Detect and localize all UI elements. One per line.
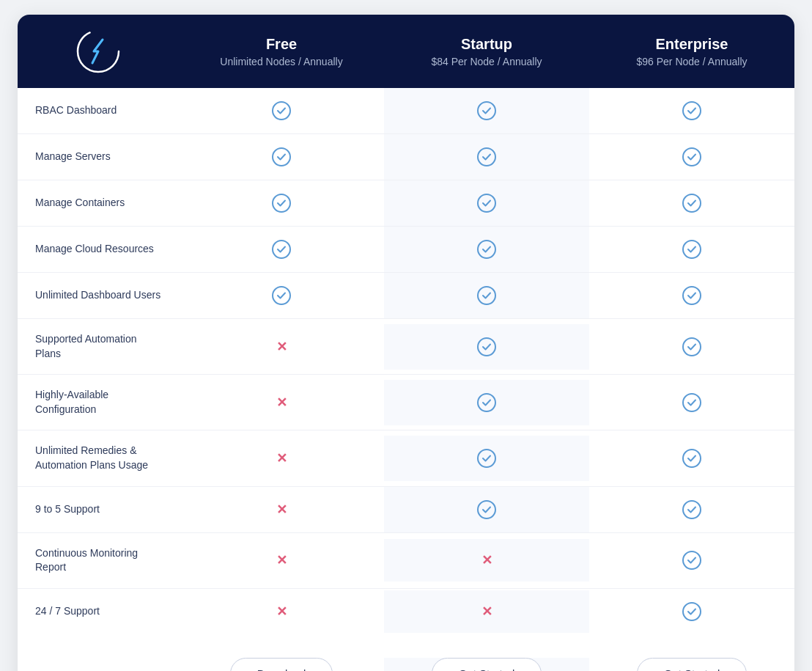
startup-feature-col <box>384 380 589 425</box>
startup-plan-header: Startup $84 Per Node / Annually <box>384 15 589 88</box>
free-feature-col: ✕ <box>179 539 384 582</box>
cross-icon: ✕ <box>276 604 287 620</box>
feature-label: 9 to 5 Support <box>18 489 179 530</box>
feature-label: Manage Containers <box>18 183 179 224</box>
feature-label: Highly-Available Configuration <box>18 375 179 430</box>
check-icon <box>477 393 496 412</box>
check-icon <box>682 194 701 213</box>
check-icon <box>682 449 701 468</box>
startup-feature-col <box>384 273 589 318</box>
check-icon <box>477 101 496 120</box>
check-icon <box>682 500 701 519</box>
feature-label: Manage Servers <box>18 136 179 177</box>
table-row: Supported Automation Plans ✕ <box>18 319 794 375</box>
logo <box>18 15 179 88</box>
check-icon <box>477 147 496 166</box>
table-row: Continuous Monitoring Report ✕ ✕ <box>18 533 794 589</box>
enterprise-feature-col <box>589 324 794 370</box>
check-icon <box>682 393 701 412</box>
check-icon <box>477 337 496 356</box>
startup-feature-col <box>384 436 589 481</box>
free-feature-col: ✕ <box>179 488 384 531</box>
startup-feature-col <box>384 324 589 370</box>
table-row: Manage Servers <box>18 134 794 180</box>
feature-label: 24 / 7 Support <box>18 591 179 632</box>
feature-label: Unlimited Remedies & Automation Plans Us… <box>18 430 179 485</box>
check-icon <box>682 101 701 120</box>
check-icon <box>477 286 496 305</box>
feature-label: Supported Automation Plans <box>18 319 179 374</box>
enterprise-get-started-button[interactable]: Get Started <box>637 658 748 671</box>
enterprise-plan-header: Enterprise $96 Per Node / Annually <box>589 15 794 88</box>
feature-label: RBAC Dashboard <box>18 90 179 131</box>
check-icon <box>477 194 496 213</box>
check-icon <box>272 286 291 305</box>
startup-plan-price: $84 Per Node / Annually <box>396 56 577 67</box>
feature-label: Continuous Monitoring Report <box>18 533 179 588</box>
free-feature-col <box>179 88 384 133</box>
pricing-header: Free Unlimited Nodes / Annually Startup … <box>18 15 794 88</box>
free-feature-col <box>179 273 384 318</box>
check-icon <box>682 337 701 356</box>
free-feature-col <box>179 134 384 180</box>
enterprise-plan-price: $96 Per Node / Annually <box>601 56 783 67</box>
enterprise-feature-col <box>589 380 794 425</box>
table-row: Highly-Available Configuration ✕ <box>18 375 794 430</box>
check-icon <box>682 147 701 166</box>
pricing-card: Free Unlimited Nodes / Annually Startup … <box>18 15 794 671</box>
enterprise-feature-col <box>589 436 794 481</box>
feature-label: Manage Cloud Resources <box>18 229 179 270</box>
free-feature-col: ✕ <box>179 326 384 368</box>
table-row: 24 / 7 Support ✕ ✕ <box>18 589 794 634</box>
cross-icon: ✕ <box>276 552 287 568</box>
free-feature-col <box>179 227 384 272</box>
footer-startup-btn-col: Get Started <box>384 658 589 671</box>
enterprise-feature-col <box>589 134 794 180</box>
free-feature-col: ✕ <box>179 381 384 424</box>
table-row: Unlimited Remedies & Automation Plans Us… <box>18 430 794 486</box>
check-icon <box>272 147 291 166</box>
free-plan-name: Free <box>191 36 372 53</box>
check-icon <box>477 449 496 468</box>
check-icon <box>272 194 291 213</box>
cross-icon: ✕ <box>276 450 287 466</box>
features-table: RBAC Dashboard Manage Servers <box>18 88 794 634</box>
table-row: RBAC Dashboard <box>18 88 794 134</box>
free-feature-col <box>179 180 384 226</box>
enterprise-feature-col <box>589 589 794 634</box>
startup-feature-col <box>384 180 589 226</box>
startup-feature-col <box>384 134 589 180</box>
free-plan-header: Free Unlimited Nodes / Annually <box>179 15 384 88</box>
enterprise-feature-col <box>589 487 794 532</box>
table-row: Unlimited Dashboard Users <box>18 273 794 319</box>
table-row: Manage Containers <box>18 180 794 227</box>
check-icon <box>477 500 496 519</box>
startup-feature-col <box>384 88 589 133</box>
check-icon <box>682 551 701 570</box>
check-icon <box>477 240 496 259</box>
check-icon <box>272 101 291 120</box>
enterprise-feature-col <box>589 227 794 272</box>
startup-feature-col <box>384 227 589 272</box>
free-feature-col: ✕ <box>179 590 384 633</box>
table-row: 9 to 5 Support ✕ <box>18 487 794 533</box>
startup-feature-col <box>384 487 589 532</box>
download-button[interactable]: Download <box>230 658 333 671</box>
footer-enterprise-btn-col: Get Started <box>589 658 794 671</box>
enterprise-feature-col <box>589 538 794 583</box>
startup-get-started-button[interactable]: Get Started <box>432 658 542 671</box>
free-plan-price: Unlimited Nodes / Annually <box>191 56 372 67</box>
check-icon <box>682 240 701 259</box>
enterprise-feature-col <box>589 180 794 226</box>
cross-icon: ✕ <box>276 395 287 411</box>
cross-icon: ✕ <box>481 604 492 620</box>
check-icon <box>682 602 701 621</box>
cross-icon: ✕ <box>276 339 287 355</box>
cross-icon: ✕ <box>276 502 287 518</box>
cross-icon: ✕ <box>481 552 492 568</box>
footer-free-btn-col: Download <box>179 658 384 671</box>
free-feature-col: ✕ <box>179 437 384 480</box>
enterprise-feature-col <box>589 88 794 133</box>
feature-label: Unlimited Dashboard Users <box>18 275 179 316</box>
check-icon <box>272 240 291 259</box>
